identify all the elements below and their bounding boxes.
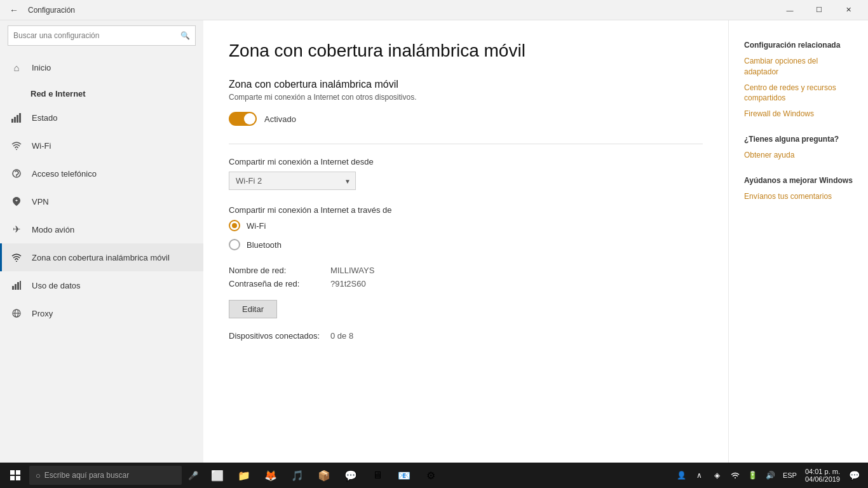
devices-key: Dispositivos conectados: (229, 331, 330, 341)
firefox-icon[interactable]: 🦊 (258, 463, 283, 488)
sidebar-item-label-vpn: VPN (32, 197, 49, 207)
chat-icon[interactable]: 💬 (338, 463, 363, 488)
clock-date: 04/06/2019 (805, 475, 840, 483)
related-link-adapter[interactable]: Cambiar opciones del adaptador (744, 56, 853, 78)
maximize-button[interactable]: ☐ (804, 0, 834, 20)
questions-section: ¿Tienes alguna pregunta? Obtener ayuda (744, 135, 853, 161)
volume-icon[interactable]: 🔊 (762, 463, 780, 488)
taskbar-mic-icon[interactable]: 🎤 (186, 468, 201, 483)
sidebar-item-uso[interactable]: Uso de datos (0, 271, 203, 299)
window-controls: — ☐ ✕ (775, 0, 863, 20)
close-button[interactable]: ✕ (834, 0, 863, 20)
sidebar-item-zona[interactable]: Zona con cobertura inalámbrica móvil (0, 243, 203, 271)
share-from-label: Compartir mi conexión a Internet desde (229, 157, 703, 166)
titlebar-title: Configuración (28, 6, 775, 15)
sidebar-item-label-acceso: Acceso telefónico (32, 169, 97, 179)
sidebar-item-proxy[interactable]: Proxy (0, 299, 203, 327)
share-from-select[interactable]: Wi-Fi 2 (229, 172, 356, 190)
sidebar-item-inicio[interactable]: ⌂ Inicio (0, 53, 203, 81)
sidebar-item-avion[interactable]: ✈ Modo avión (0, 215, 203, 243)
page-title: Zona con cobertura inalámbrica móvil (229, 41, 703, 61)
radio-outer-bluetooth (229, 239, 240, 250)
sidebar-item-label-avion: Modo avión (32, 225, 74, 234)
clock-time: 04:01 p. m. (805, 468, 840, 475)
radio-label-wifi: Wi-Fi (247, 221, 266, 231)
notification-button[interactable]: 💬 (845, 463, 863, 488)
svg-rect-17 (16, 476, 20, 480)
network-pass-val: ?91t2S60 (330, 279, 366, 288)
related-link-network[interactable]: Centro de redes y recursos compartidos (744, 83, 853, 104)
network-name-val: MILLIWAYS (330, 266, 374, 275)
sidebar-item-acceso[interactable]: Acceso telefónico (0, 159, 203, 187)
taskbar-search-icon: ○ (36, 471, 41, 480)
svg-rect-2 (17, 115, 18, 123)
svg-rect-9 (17, 282, 19, 290)
sidebar: 🔍 ⌂ Inicio Red e Internet Estado Wi- (0, 20, 203, 463)
svg-point-4 (16, 149, 17, 151)
wifi-icon (10, 139, 23, 152)
svg-rect-14 (10, 470, 15, 475)
improve-heading: Ayúdanos a mejorar Windows (744, 176, 853, 185)
related-link-firewall[interactable]: Firewall de Windows (744, 109, 853, 119)
svg-rect-8 (15, 284, 17, 290)
share-via-label: Compartir mi conexión a Internet a travé… (229, 205, 703, 215)
radio-label-bluetooth: Bluetooth (247, 240, 281, 250)
taskbar-system-area: 👤 ∧ ◈ 🔋 🔊 ESP 04:01 p. m. 04/06/2019 💬 (673, 463, 863, 488)
network-name-row: Nombre de red: MILLIWAYS (229, 266, 703, 275)
battery-icon[interactable]: 🔋 (744, 463, 762, 488)
svg-rect-16 (10, 476, 15, 480)
help-link[interactable]: Obtener ayuda (744, 150, 853, 161)
search-input[interactable] (13, 31, 180, 40)
wifi-status-icon[interactable] (726, 463, 744, 488)
sidebar-item-label-wifi: Wi-Fi (32, 141, 51, 151)
questions-heading: ¿Tienes alguna pregunta? (744, 135, 853, 144)
taskbar: ○ Escribe aquí para buscar 🎤 ⬜ 📁 🦊 🎵 📦 💬… (0, 463, 868, 488)
back-button[interactable]: ← (5, 1, 23, 19)
sidebar-item-vpn[interactable]: VPN (0, 187, 203, 215)
radio-wifi[interactable]: Wi-Fi (229, 220, 703, 231)
start-button[interactable] (3, 463, 28, 488)
svg-rect-1 (14, 117, 16, 123)
related-heading: Configuración relacionada (744, 41, 853, 50)
windows-icon (10, 470, 20, 480)
network-pass-row: Contraseña de red: ?91t2S60 (229, 279, 703, 288)
estado-icon (10, 111, 23, 124)
mail-icon[interactable]: 📧 (391, 463, 417, 488)
sidebar-item-label-zona: Zona con cobertura inalámbrica móvil (32, 253, 170, 262)
taskbar-app-icons: ⬜ 📁 🦊 🎵 📦 💬 🖥 📧 ⚙ (205, 463, 444, 488)
dropbox-icon[interactable]: ◈ (709, 463, 726, 488)
spotify-icon[interactable]: 🎵 (285, 463, 310, 488)
taskbar-search[interactable]: ○ Escribe aquí para buscar (29, 466, 182, 485)
search-icon: 🔍 (180, 31, 190, 40)
zona-icon (10, 251, 23, 264)
box-icon[interactable]: 📦 (311, 463, 337, 488)
file-explorer-icon[interactable]: 📁 (231, 463, 257, 488)
toggle-row: Activado (229, 112, 703, 126)
svg-rect-15 (16, 470, 20, 475)
acceso-icon (10, 167, 23, 180)
svg-rect-3 (19, 113, 21, 123)
sidebar-item-wifi[interactable]: Wi-Fi (0, 132, 203, 159)
uso-icon (10, 279, 23, 292)
terminal-icon[interactable]: 🖥 (365, 463, 390, 488)
feedback-link[interactable]: Envíanos tus comentarios (744, 191, 853, 202)
inicio-icon: ⌂ (10, 61, 23, 74)
language-indicator[interactable]: ESP (780, 463, 800, 488)
edit-button[interactable]: Editar (229, 300, 277, 318)
radio-inner-wifi (232, 223, 237, 228)
avion-icon: ✈ (10, 223, 23, 236)
sidebar-item-label-estado: Estado (32, 113, 57, 123)
user-accounts-icon[interactable]: 👤 (673, 463, 691, 488)
settings-icon[interactable]: ⚙ (418, 463, 444, 488)
devices-val: 0 de 8 (330, 331, 353, 341)
sidebar-item-estado[interactable]: Estado (0, 104, 203, 132)
radio-bluetooth[interactable]: Bluetooth (229, 239, 703, 250)
minimize-button[interactable]: — (775, 0, 804, 20)
task-view-icon[interactable]: ⬜ (205, 463, 230, 488)
sidebar-search-container[interactable]: 🔍 (8, 25, 196, 46)
hotspot-toggle[interactable] (229, 112, 257, 126)
clock[interactable]: 04:01 p. m. 04/06/2019 (800, 463, 845, 488)
show-hidden-icons[interactable]: ∧ (691, 463, 709, 488)
divider-1 (229, 144, 703, 144)
network-pass-key: Contraseña de red: (229, 279, 330, 288)
